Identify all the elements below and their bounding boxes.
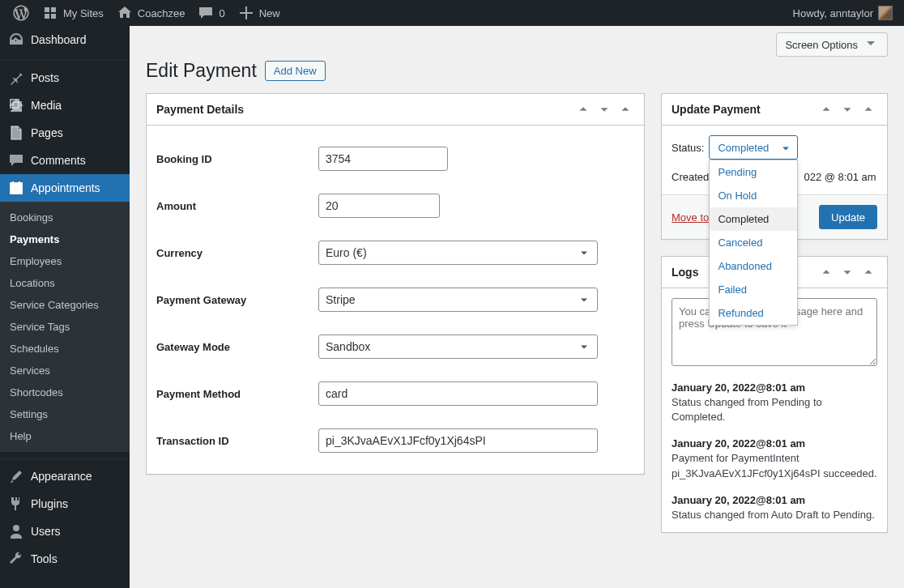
menu-media-label: Media xyxy=(31,99,62,112)
my-sites-label: My Sites xyxy=(63,7,104,19)
menu-posts[interactable]: Posts xyxy=(0,64,130,92)
main-column: Payment Details Booking ID Amount xyxy=(146,93,645,491)
label-gateway: Payment Gateway xyxy=(156,294,318,306)
select-currency[interactable]: Euro (€) xyxy=(318,241,598,265)
menu-comments[interactable]: Comments xyxy=(0,147,130,174)
layout-columns: Payment Details Booking ID Amount xyxy=(146,93,888,549)
menu-dashboard-label: Dashboard xyxy=(31,33,87,46)
input-amount[interactable] xyxy=(318,194,440,218)
log-entry-date: January 20, 2022@8:01 am xyxy=(672,437,877,450)
menu-appearance[interactable]: Appearance xyxy=(0,462,130,490)
status-select: Completed PendingOn HoldCompletedCancele… xyxy=(709,135,798,160)
payment-details-box: Payment Details Booking ID Amount xyxy=(146,93,645,475)
menu-appearance-label: Appearance xyxy=(31,470,92,483)
wordpress-icon xyxy=(13,5,29,21)
menu-comments-label: Comments xyxy=(31,154,86,167)
input-txn[interactable] xyxy=(318,428,598,453)
status-option[interactable]: Completed xyxy=(710,207,797,231)
box-header-controls xyxy=(574,100,634,118)
status-option[interactable]: On Hold xyxy=(710,184,797,207)
submenu-service-tags[interactable]: Service Tags xyxy=(0,316,130,338)
update-payment-title: Update Payment xyxy=(672,103,817,116)
payment-details-title: Payment Details xyxy=(156,103,574,116)
created-date: 022 @ 8:01 am xyxy=(804,171,876,183)
move-down-icon[interactable] xyxy=(595,100,613,118)
avatar xyxy=(878,6,893,20)
home-icon xyxy=(117,5,133,21)
status-option[interactable]: Abandoned xyxy=(710,254,797,278)
row-method: Payment Method xyxy=(156,370,634,417)
log-entry: January 20, 2022@8:01 amPayment for Paym… xyxy=(672,437,877,480)
site-name-menu[interactable]: Coachzee xyxy=(110,0,192,26)
media-icon xyxy=(8,97,24,113)
input-booking-id[interactable] xyxy=(318,147,448,171)
submenu-shortcodes[interactable]: Shortcodes xyxy=(0,381,130,403)
submenu-bookings[interactable]: Bookings xyxy=(0,207,130,228)
menu-users[interactable]: Users xyxy=(0,518,130,545)
update-button[interactable]: Update xyxy=(819,205,877,229)
move-up-icon[interactable] xyxy=(817,100,835,118)
submenu-employees[interactable]: Employees xyxy=(0,250,130,272)
menu-posts-label: Posts xyxy=(31,71,59,84)
account-menu[interactable]: Howdy, anntaylor xyxy=(793,6,898,20)
submenu-locations[interactable]: Locations xyxy=(0,272,130,294)
calendar-icon xyxy=(8,180,24,196)
submenu-schedules[interactable]: Schedules xyxy=(0,338,130,360)
chevron-down-icon xyxy=(578,246,591,259)
submenu-services[interactable]: Services xyxy=(0,360,130,381)
status-option[interactable]: Failed xyxy=(710,278,797,301)
menu-users-label: Users xyxy=(31,525,61,538)
comments-count: 0 xyxy=(219,7,224,19)
comment-icon xyxy=(198,5,214,21)
move-up-icon[interactable] xyxy=(817,263,835,281)
toggle-box-icon[interactable] xyxy=(859,263,877,281)
row-booking-id: Booking ID xyxy=(156,135,634,182)
toggle-box-icon[interactable] xyxy=(616,100,634,118)
menu-appointments-label: Appointments xyxy=(31,181,100,194)
comments-menu[interactable]: 0 xyxy=(191,0,231,26)
move-down-icon[interactable] xyxy=(838,100,856,118)
chevron-down-icon xyxy=(578,293,591,306)
log-entry: January 20, 2022@8:01 amStatus changed f… xyxy=(672,381,877,424)
select-gateway-value: Stripe xyxy=(326,293,356,306)
log-entry-message: Status changed from Auto Draft to Pendin… xyxy=(672,508,877,522)
plus-icon xyxy=(238,5,254,21)
my-sites-menu[interactable]: My Sites xyxy=(36,0,110,26)
menu-media[interactable]: Media xyxy=(0,92,130,119)
menu-appointments[interactable]: Appointments xyxy=(0,174,130,202)
select-mode[interactable]: Sandbox xyxy=(318,334,598,359)
status-option[interactable]: Refunded xyxy=(710,301,797,325)
submenu-service-categories[interactable]: Service Categories xyxy=(0,294,130,316)
input-method[interactable] xyxy=(318,381,598,406)
submenu-payments[interactable]: Payments xyxy=(0,228,130,250)
submenu-help[interactable]: Help xyxy=(0,425,130,447)
select-gateway[interactable]: Stripe xyxy=(318,288,598,312)
wp-logo-menu[interactable] xyxy=(6,0,36,26)
menu-plugins[interactable]: Plugins xyxy=(0,490,130,518)
status-option[interactable]: Pending xyxy=(710,160,797,184)
page-title-text: Edit Payment xyxy=(146,60,257,82)
move-up-icon[interactable] xyxy=(574,100,592,118)
brush-icon xyxy=(8,468,24,484)
status-option[interactable]: Canceled xyxy=(710,231,797,254)
page-title: Edit Payment Add New xyxy=(146,60,888,82)
new-content-menu[interactable]: New xyxy=(232,0,287,26)
status-select-button[interactable]: Completed xyxy=(709,135,798,160)
log-entry-message: Payment for PaymentIntent pi_3KJvaAEvX1J… xyxy=(672,451,877,480)
new-label: New xyxy=(259,7,280,19)
menu-dashboard[interactable]: Dashboard xyxy=(0,26,130,53)
menu-tools[interactable]: Tools xyxy=(0,545,130,573)
menu-pages[interactable]: Pages xyxy=(0,119,130,147)
comments-icon xyxy=(8,152,24,168)
update-payment-body: Status: Completed PendingOn HoldComplete… xyxy=(662,126,887,239)
screen-options-button[interactable]: Screen Options xyxy=(776,32,888,57)
move-to-trash-link[interactable]: Move to xyxy=(672,211,709,224)
submenu-settings[interactable]: Settings xyxy=(0,403,130,425)
box-header-controls xyxy=(817,100,877,118)
toggle-box-icon[interactable] xyxy=(859,100,877,118)
menu-separator xyxy=(0,57,130,61)
move-down-icon[interactable] xyxy=(838,263,856,281)
box-header-controls xyxy=(817,263,877,281)
add-new-button[interactable]: Add New xyxy=(265,61,326,81)
menu-separator xyxy=(0,455,130,459)
